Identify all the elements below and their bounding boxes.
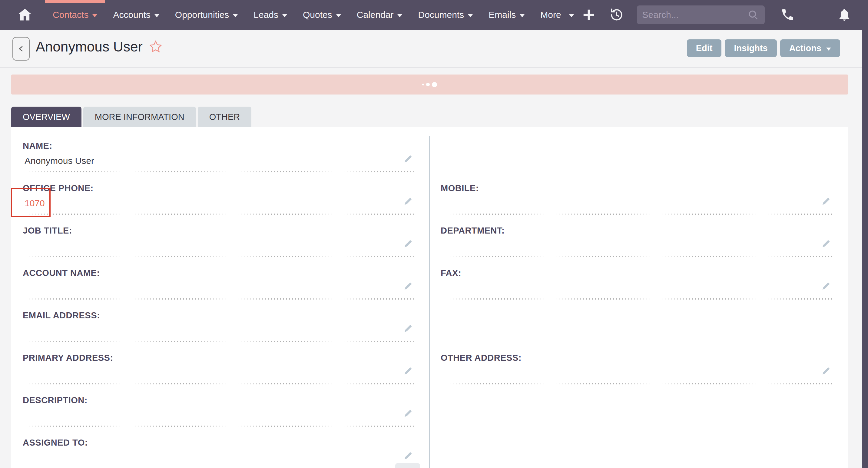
field-other-address: OTHER ADDRESS: (441, 350, 834, 392)
nav-item-calendar[interactable]: Calendar (349, 0, 410, 30)
vertical-scrollbar[interactable] (862, 0, 868, 468)
notifications-button[interactable] (837, 8, 851, 22)
field-mobile: MOBILE: (441, 180, 834, 223)
field-label: EMAIL ADDRESS: (23, 308, 416, 320)
recently-viewed-button[interactable] (609, 7, 625, 23)
history-icon (609, 7, 625, 23)
search-icon[interactable] (747, 9, 759, 21)
field-value[interactable] (23, 368, 416, 379)
back-button[interactable] (12, 37, 30, 61)
field-value[interactable] (441, 241, 834, 252)
field-value[interactable]: Anonymous User (23, 156, 416, 167)
field-name: NAME: Anonymous User (23, 138, 416, 180)
chevron-down-icon (520, 14, 525, 17)
chevron-down-icon (233, 14, 238, 17)
inline-edit-pencil-icon[interactable] (821, 366, 831, 376)
field-value[interactable] (441, 368, 834, 379)
insights-button[interactable]: Insights (725, 39, 777, 57)
field-label: FAX: (441, 265, 834, 278)
inline-edit-pencil-icon[interactable] (403, 281, 413, 291)
inline-edit-pencil-icon[interactable] (403, 323, 413, 334)
overview-panel: NAME: Anonymous User OFFICE PHONE: 1070 … (11, 127, 848, 468)
nav-item-label: Emails (489, 10, 516, 20)
fields-column-left: NAME: Anonymous User OFFICE PHONE: 1070 … (23, 138, 416, 468)
field-office-phone: OFFICE PHONE: 1070 (23, 180, 416, 223)
column-divider (430, 136, 430, 468)
nav-item-quotes[interactable]: Quotes (295, 0, 349, 30)
nav-item-leads[interactable]: Leads (246, 0, 295, 30)
field-email-address: EMAIL ADDRESS: (23, 308, 416, 350)
field-label: PRIMARY ADDRESS: (23, 350, 416, 363)
field-value[interactable] (441, 283, 834, 294)
field-value[interactable] (23, 325, 416, 337)
loading-dots-icon (422, 82, 437, 87)
home-button[interactable] (14, 0, 36, 30)
bell-icon (837, 8, 851, 22)
nav-item-label: Leads (253, 10, 278, 20)
tab-other[interactable]: OTHER (198, 106, 252, 127)
field-label: OTHER ADDRESS: (441, 350, 834, 363)
chevron-down-icon (154, 14, 159, 17)
inline-edit-pencil-icon[interactable] (403, 366, 413, 376)
inline-edit-pencil-icon[interactable] (821, 239, 831, 249)
field-job-title: JOB TITLE: (23, 223, 416, 265)
nav-item-label: Opportunities (175, 10, 229, 20)
fields-column-right: MOBILE: DEPARTMENT: FAX: OTHER ADDRESS: (441, 138, 834, 392)
actions-button[interactable]: Actions (780, 39, 840, 57)
nav-item-label: More (540, 10, 561, 20)
field-value[interactable] (23, 283, 416, 294)
inline-edit-pencil-icon[interactable] (403, 239, 413, 249)
field-label: MOBILE: (441, 180, 834, 193)
chevron-down-icon (282, 14, 287, 17)
inline-edit-pencil-icon[interactable] (821, 196, 831, 206)
field-fax: FAX: (441, 265, 834, 308)
nav-item-label: Contacts (53, 10, 88, 20)
navbar-right-cluster (582, 5, 868, 24)
field-underline (441, 383, 834, 384)
favorite-star-icon[interactable] (149, 40, 163, 54)
field-label: JOB TITLE: (23, 223, 416, 236)
field-value[interactable] (23, 241, 416, 252)
field-department: DEPARTMENT: (441, 223, 834, 265)
edit-button[interactable]: Edit (687, 39, 722, 57)
phone-button[interactable] (780, 8, 795, 22)
field-label: NAME: (23, 138, 416, 151)
field-value[interactable] (23, 453, 416, 464)
nav-item-emails[interactable]: Emails (480, 0, 532, 30)
field-underline (441, 214, 834, 215)
field-label: ACCOUNT NAME: (23, 265, 416, 278)
inline-edit-pencil-icon[interactable] (403, 154, 413, 164)
quick-create-button[interactable] (582, 8, 596, 22)
field-underline (23, 341, 416, 342)
inline-edit-pencil-icon[interactable] (403, 196, 413, 206)
field-label: ASSIGNED TO: (23, 435, 416, 448)
user-menu-button[interactable] (867, 6, 868, 24)
chevron-down-icon (569, 14, 574, 17)
avatar-icon (867, 6, 868, 24)
search-input[interactable] (642, 10, 747, 20)
phone-icon (780, 8, 795, 22)
field-label: OFFICE PHONE: (23, 180, 416, 193)
inline-edit-pencil-icon[interactable] (403, 408, 413, 418)
field-description: DESCRIPTION: (23, 392, 416, 435)
nav-item-more[interactable]: More (532, 0, 582, 30)
field-underline (23, 214, 416, 215)
tab-more-information[interactable]: MORE INFORMATION (83, 106, 196, 127)
chevron-down-icon (826, 48, 831, 51)
field-underline (23, 256, 416, 257)
nav-item-opportunities[interactable]: Opportunities (167, 0, 246, 30)
inline-edit-pencil-icon[interactable] (403, 450, 413, 461)
inline-edit-pencil-icon[interactable] (821, 281, 831, 291)
tab-overview[interactable]: OVERVIEW (11, 106, 82, 127)
field-value[interactable] (23, 410, 416, 422)
office-phone-link[interactable]: 1070 (23, 198, 416, 210)
global-search (637, 5, 765, 24)
nav-item-contacts[interactable]: Contacts (45, 0, 105, 30)
field-underline (441, 256, 834, 257)
chevron-down-icon (468, 14, 473, 17)
field-underline (23, 383, 416, 384)
nav-item-documents[interactable]: Documents (410, 0, 480, 30)
nav-item-accounts[interactable]: Accounts (105, 0, 167, 30)
field-value[interactable] (441, 198, 834, 210)
nav-item-label: Documents (418, 10, 464, 20)
